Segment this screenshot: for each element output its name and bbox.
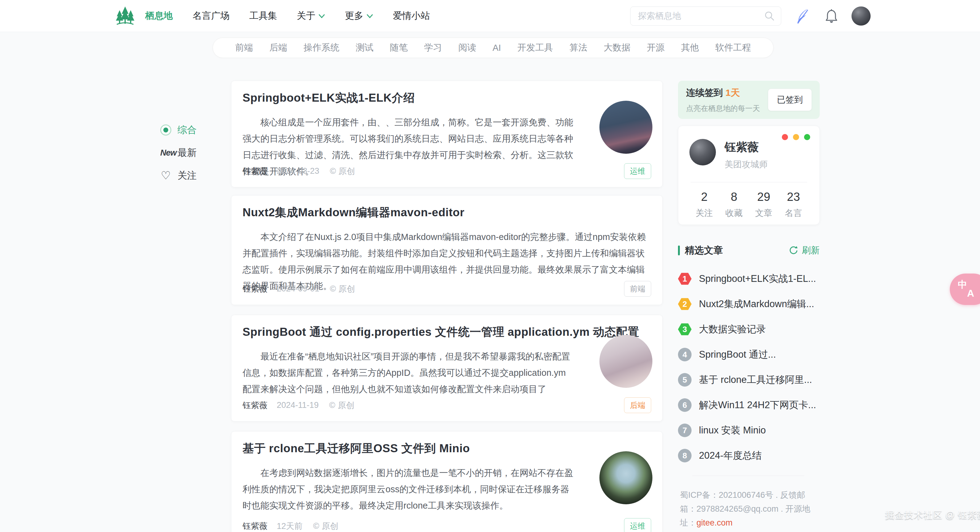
- article-tag[interactable]: 后端: [624, 397, 651, 413]
- rank-badge: 3: [678, 322, 692, 336]
- article-title[interactable]: Nuxt2集成Markdown编辑器mavon-editor: [243, 205, 651, 220]
- signed-in-button[interactable]: 已签到: [768, 89, 812, 111]
- featured-section-header: 精选文章 刷新: [678, 244, 820, 257]
- article-title[interactable]: SpringBoot 通过 config.properties 文件统一管理 a…: [243, 324, 651, 340]
- gitee-link[interactable]: gitee.com: [697, 518, 733, 527]
- traffic-dots-icon: [782, 134, 810, 140]
- article-thumbnail[interactable]: [600, 101, 652, 154]
- article-card[interactable]: Nuxt2集成Markdown编辑器mavon-editor 本文介绍了在Nux…: [231, 195, 663, 305]
- article-title[interactable]: Springboot+ELK实战1-ELK介绍: [243, 90, 651, 106]
- featured-item[interactable]: 5 基于 rclone工具迁移阿里...: [678, 367, 820, 392]
- search-input[interactable]: [638, 11, 764, 21]
- uptime-text: 小站已经运行了：1年5月11天: [680, 530, 818, 532]
- yellow-dot-icon: [793, 134, 799, 140]
- main-nav: 栖息地 名言广场 工具集 关于 更多 爱情小站: [145, 10, 430, 22]
- rank-badge: 1: [678, 272, 692, 286]
- profile-card: 钰紫薇 美团攻城师 2 关注 8 收藏 29 文章 23 名言: [678, 126, 820, 225]
- signin-subtitle: 点亮在栖息地的每一天: [686, 103, 760, 113]
- filter-latest[interactable]: New 最新: [160, 145, 216, 160]
- green-dot-icon: [804, 134, 810, 140]
- publish-date: 2024-09-01: [277, 284, 319, 294]
- author-name[interactable]: 钰紫薇: [243, 521, 267, 532]
- featured-item[interactable]: 8 2024-年度总结: [678, 443, 820, 468]
- featured-item[interactable]: 6 解决Win11 24H2下网页卡...: [678, 392, 820, 418]
- article-tag[interactable]: 前端: [624, 281, 651, 297]
- nav-item-quotes[interactable]: 名言广场: [192, 10, 229, 22]
- copyright-icon: ©: [329, 400, 335, 410]
- featured-item[interactable]: 7 linux 安装 Minio: [678, 418, 820, 443]
- category-ai[interactable]: AI: [492, 43, 501, 53]
- filter-following[interactable]: ♡ 关注: [160, 168, 216, 183]
- site-logo-trees-icon[interactable]: [116, 6, 135, 26]
- article-card[interactable]: SpringBoot 通过 config.properties 文件统一管理 a…: [231, 315, 663, 421]
- category-other[interactable]: 其他: [681, 41, 699, 54]
- author-name[interactable]: 钰紫薇: [243, 166, 267, 177]
- chevron-down-icon: [366, 14, 373, 18]
- rank-badge: 7: [678, 424, 692, 437]
- featured-item[interactable]: 4 SpringBoot 通过...: [678, 342, 820, 367]
- category-frontend[interactable]: 前端: [235, 41, 253, 54]
- signin-title: 连续签到1天: [686, 87, 760, 99]
- stat-favorites[interactable]: 8 收藏: [719, 191, 749, 219]
- chevron-down-icon: [318, 14, 325, 18]
- signin-card: 连续签到1天 点亮在栖息地的每一天 已签到: [678, 81, 820, 119]
- category-os[interactable]: 操作系统: [304, 41, 339, 54]
- article-card[interactable]: Springboot+ELK实战1-ELK介绍 核心组成是一个应用套件，由、、三…: [231, 81, 663, 187]
- featured-article-list: 1 Springboot+ELK实战1-EL... 2 Nuxt2集成Markd…: [678, 266, 820, 468]
- category-bigdata[interactable]: 大数据: [604, 41, 630, 54]
- stat-following[interactable]: 2 关注: [689, 191, 719, 219]
- stat-articles[interactable]: 29 文章: [749, 191, 779, 219]
- footer-divider: [692, 476, 804, 476]
- profile-avatar[interactable]: [689, 139, 716, 165]
- author-name[interactable]: 钰紫薇: [243, 400, 267, 411]
- article-excerpt: 最近在准备“栖息地知识社区”项目开源的事情，但是我不希望暴露我的私密配置信息，如…: [243, 348, 651, 397]
- publish-date: 2024-03-23: [277, 166, 319, 176]
- category-software-eng[interactable]: 软件工程: [715, 41, 751, 54]
- heart-icon: ♡: [160, 170, 171, 181]
- category-algorithms[interactable]: 算法: [570, 41, 587, 54]
- article-card[interactable]: 基于 rclone工具迁移阿里OSS 文件到 Minio 在考虑到网站数据逐渐增…: [231, 431, 663, 532]
- category-learning[interactable]: 学习: [424, 41, 442, 54]
- article-thumbnail[interactable]: [600, 451, 652, 504]
- category-reading[interactable]: 阅读: [458, 41, 476, 54]
- featured-item[interactable]: 1 Springboot+ELK实战1-EL...: [678, 266, 820, 291]
- category-testing[interactable]: 测试: [356, 41, 374, 54]
- feed-filters: 综合 New 最新 ♡ 关注: [160, 122, 216, 191]
- featured-item[interactable]: 2 Nuxt2集成Markdown编辑...: [678, 291, 820, 317]
- category-opensource[interactable]: 开源: [647, 41, 665, 54]
- rank-badge: 6: [678, 398, 692, 412]
- article-title[interactable]: 基于 rclone工具迁移阿里OSS 文件到 Minio: [243, 441, 651, 456]
- stat-quotes[interactable]: 23 名言: [779, 191, 809, 219]
- profile-name[interactable]: 钰紫薇: [724, 140, 768, 155]
- refresh-button[interactable]: 刷新: [789, 244, 820, 257]
- notifications-bell-icon[interactable]: [825, 9, 838, 24]
- featured-title: 精选文章: [685, 244, 723, 257]
- nav-item-love[interactable]: 爱情小站: [393, 10, 430, 22]
- filter-comprehensive[interactable]: 综合: [160, 122, 216, 137]
- nav-item-more[interactable]: 更多: [345, 10, 373, 22]
- copyright-icon: ©: [330, 284, 336, 294]
- search-box: [630, 6, 781, 25]
- category-backend[interactable]: 后端: [269, 41, 287, 54]
- nav-item-tools[interactable]: 工具集: [249, 10, 277, 22]
- article-tag[interactable]: 运维: [624, 163, 651, 179]
- article-tag[interactable]: 运维: [624, 518, 651, 532]
- write-feather-icon[interactable]: [796, 8, 810, 24]
- nav-item-home[interactable]: 栖息地: [145, 10, 173, 22]
- nav-item-about[interactable]: 关于: [297, 10, 325, 22]
- profile-head: 钰紫薇 美团攻城师: [689, 139, 808, 170]
- rank-badge: 4: [678, 348, 692, 361]
- signin-text: 连续签到1天 点亮在栖息地的每一天: [686, 87, 760, 113]
- category-devtools[interactable]: 开发工具: [517, 41, 553, 54]
- featured-item[interactable]: 3 大数据实验记录: [678, 317, 820, 342]
- original-badge: © 原创: [330, 166, 355, 177]
- search-icon[interactable]: [764, 11, 775, 21]
- profile-stats: 2 关注 8 收藏 29 文章 23 名言: [689, 191, 808, 219]
- article-thumbnail[interactable]: [600, 335, 652, 388]
- user-avatar[interactable]: [851, 6, 870, 25]
- category-bar: 前端 后端 操作系统 测试 随笔 学习 阅读 AI 开发工具 算法 大数据 开源…: [213, 38, 773, 58]
- site-footer: 蜀ICP备：2021006746号 . 反馈邮箱：2978824265@qq.c…: [678, 488, 820, 532]
- category-essay[interactable]: 随笔: [390, 41, 408, 54]
- translate-button[interactable]: 中 A: [950, 273, 980, 305]
- author-name[interactable]: 钰紫薇: [243, 283, 267, 294]
